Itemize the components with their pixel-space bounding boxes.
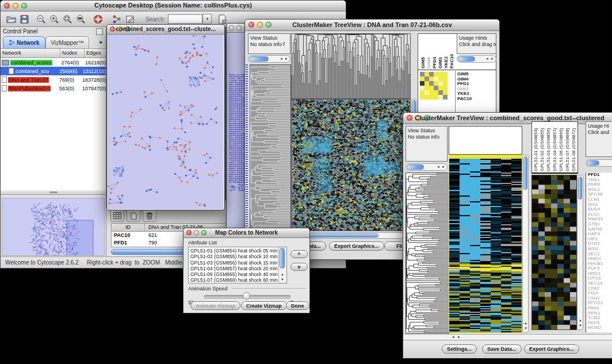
save-icon[interactable] bbox=[18, 13, 30, 25]
treeview2-title: ClusterMaker TreeView : combined_scores_… bbox=[403, 114, 612, 121]
scroll-up-arrow[interactable]: ▲ bbox=[524, 321, 527, 325]
export-graphics-button[interactable]: Export Graphics... bbox=[524, 344, 579, 354]
view-status-scrollbar[interactable]: ◄ ► bbox=[406, 163, 447, 171]
close-button[interactable] bbox=[229, 25, 234, 30]
tab-network[interactable]: Network bbox=[3, 36, 45, 48]
treeview2-heatmap-canvas[interactable] bbox=[449, 155, 522, 333]
attribute-list-item[interactable]: GPL51-06 (GSM865) heat shock 40 min bbox=[189, 271, 278, 277]
minimize-button[interactable] bbox=[236, 25, 242, 30]
attribute-table-icon[interactable] bbox=[110, 209, 124, 222]
summary-heatmap-canvas[interactable] bbox=[420, 72, 447, 99]
col-nodes[interactable]: Nodes bbox=[60, 49, 85, 58]
usage-hints-panel: Usage Hints Click and drag tc bbox=[457, 33, 496, 54]
nodes-cell: 769(0) bbox=[58, 77, 81, 83]
treeview2-gene-tree-canvas[interactable] bbox=[406, 173, 450, 334]
treeview1-title-bar[interactable]: ClusterMaker TreeView : DNA and Tran 07-… bbox=[245, 20, 499, 31]
zoom-selected-icon[interactable] bbox=[62, 13, 73, 25]
scroll-up-arrow[interactable]: ▲ bbox=[579, 319, 582, 323]
status-welcome: Welcome to Cytoscape 2.6.2 bbox=[5, 259, 79, 266]
usage-hints-panel: Usage Hi Click and bbox=[586, 121, 612, 157]
desktop: { "colors":{ "accent_blue":"#3a6be4","ro… bbox=[0, 0, 612, 364]
usage-hints-scrollbar[interactable] bbox=[586, 159, 612, 167]
attribute-list-item[interactable]: GPL51-01 (GSM854) heat shock 05 min bbox=[189, 248, 278, 254]
search-input[interactable] bbox=[168, 14, 202, 24]
nodes-cell: 563(0) bbox=[58, 86, 81, 91]
float-panel-icon[interactable] bbox=[96, 28, 103, 35]
network-overview-panel[interactable] bbox=[2, 198, 105, 256]
zoom-in-icon[interactable] bbox=[48, 13, 60, 25]
dialog-title-bar[interactable]: Map Colors to Network bbox=[183, 228, 309, 238]
tab-vizmapper[interactable]: VizMapper™ bbox=[45, 36, 89, 48]
file-icon bbox=[9, 68, 14, 74]
view-status-scrollbar[interactable]: ◄ ► bbox=[248, 55, 290, 63]
edges-cell: 16218(0) bbox=[83, 60, 106, 66]
scroll-down-arrow[interactable]: ▼ bbox=[579, 324, 582, 328]
animate-vizmap-button[interactable]: Animate Vizmap bbox=[190, 301, 240, 310]
done-button[interactable]: Done bbox=[286, 301, 309, 310]
zoom-vscrollbar[interactable]: ▲ ▼ bbox=[577, 175, 583, 330]
new-attribute-icon[interactable] bbox=[127, 209, 140, 222]
attribute-list-item[interactable]: GPL51-02 (GSM855) heat shock 10 min bbox=[189, 254, 278, 259]
summary-row-label: PAC10 bbox=[457, 97, 472, 102]
network-table-row[interactable]: DNA and Tran 07769(0)183728(0) bbox=[1, 75, 106, 84]
move-up-button[interactable]: ^ bbox=[290, 250, 308, 258]
array-label: GPL51-02 (GSM855) bbox=[540, 122, 545, 171]
treeview2-zoom-heatmap-canvas[interactable] bbox=[531, 175, 577, 330]
network-name: RNAPuberNov2+! bbox=[8, 86, 51, 91]
help-ring-icon[interactable] bbox=[92, 13, 104, 25]
attribute-list-label: Attribute List bbox=[188, 240, 217, 246]
attribute-list-item[interactable]: GPL51-04 (GSM857) heat shock 20 min bbox=[189, 266, 278, 271]
view-status-panel: View Status No status info bbox=[406, 126, 447, 162]
network-style-icon[interactable] bbox=[111, 13, 123, 25]
delete-attribute-icon[interactable] bbox=[143, 209, 156, 222]
listbox-scrollbar[interactable]: ▲ ▼ bbox=[278, 247, 286, 283]
treeview2-title-bar[interactable]: ClusterMaker TreeView : combined_scores_… bbox=[403, 113, 612, 124]
network-table-row[interactable]: combined_scores2764(0)16218(0) bbox=[1, 58, 106, 67]
export-graphics-button[interactable]: Export Graphics... bbox=[329, 242, 384, 251]
col-network[interactable]: Network bbox=[1, 49, 60, 58]
treeview2-vscrollbar[interactable]: ▲ ▼ bbox=[522, 155, 529, 333]
zoom-out-icon[interactable] bbox=[35, 13, 47, 25]
treeview2-window: ClusterMaker TreeView : combined_scores_… bbox=[403, 112, 612, 358]
network-table-row[interactable]: RNAPuberNov2+!563(0)107847(0) bbox=[1, 84, 106, 93]
move-down-button[interactable]: v bbox=[290, 263, 308, 271]
treeview1-heatmap-canvas[interactable] bbox=[291, 99, 411, 231]
scroll-down-arrow[interactable]: ▼ bbox=[281, 278, 284, 282]
network1-title: combined_scores_good.txt--cluste... bbox=[107, 26, 224, 32]
annotation-icon[interactable] bbox=[124, 13, 136, 25]
network-table-header: Network Nodes Edges bbox=[1, 49, 106, 58]
attribute-list-item[interactable]: GPL51-03 (GSM856) heat shock 15 min bbox=[189, 260, 278, 266]
array-label: GPL51-04 (GSM857) bbox=[552, 122, 557, 171]
nodes-cell: 2764(0) bbox=[60, 60, 83, 66]
scroll-down-arrow[interactable]: ▼ bbox=[524, 327, 527, 331]
network-name-cell: combined_scores bbox=[1, 60, 60, 66]
tab-overflow-arrow[interactable]: ► bbox=[99, 40, 104, 45]
summary-column-label: GIM3 bbox=[438, 35, 443, 68]
overview-divider[interactable] bbox=[1, 190, 106, 195]
network-overview-canvas[interactable] bbox=[2, 198, 105, 256]
attribute-list-item[interactable]: GPL51-07 (GSM868) heat shock 60 min bbox=[189, 277, 278, 282]
network-name: combined_sco bbox=[15, 68, 49, 74]
edges-cell: 183728(0) bbox=[81, 77, 106, 83]
id-column-header[interactable]: ID bbox=[112, 224, 145, 231]
settings-button[interactable]: Settings... bbox=[442, 344, 477, 354]
treeview1-array-tree-canvas[interactable] bbox=[291, 33, 411, 99]
usage-hints-scrollbar[interactable]: ◄ ► bbox=[457, 55, 496, 63]
network1-view-canvas[interactable] bbox=[107, 35, 223, 209]
treeview1-gene-tree-canvas[interactable] bbox=[250, 64, 291, 235]
create-vizmap-button[interactable]: Create Vizmap bbox=[241, 301, 287, 310]
main-title-bar[interactable]: Cytoscape Desktop (Session Name: collins… bbox=[1, 1, 346, 12]
speed-slider-thumb[interactable] bbox=[243, 292, 250, 300]
search-dropdown-button[interactable]: ▼ bbox=[202, 14, 212, 24]
attribute-listbox[interactable]: GPL51-01 (GSM854) heat shock 05 minGPL51… bbox=[188, 247, 287, 283]
control-panel-tabs: Network VizMapper™ ► bbox=[1, 36, 106, 49]
scroll-up-arrow[interactable]: ▲ bbox=[281, 273, 284, 277]
edges-cell: 13112(15) bbox=[81, 68, 106, 74]
treeview1-title: ClusterMaker TreeView : DNA and Tran 07-… bbox=[245, 21, 499, 28]
network1-title-bar[interactable]: combined_scores_good.txt--cluste... bbox=[107, 25, 224, 35]
col-edges[interactable]: Edges bbox=[85, 49, 106, 58]
open-folder-icon[interactable] bbox=[5, 13, 17, 25]
zoom-fit-icon[interactable] bbox=[75, 13, 86, 25]
network-table-row[interactable]: combined_sco2569(6)13112(15) bbox=[1, 67, 106, 75]
save-data-button[interactable]: Save Data... bbox=[482, 344, 522, 354]
